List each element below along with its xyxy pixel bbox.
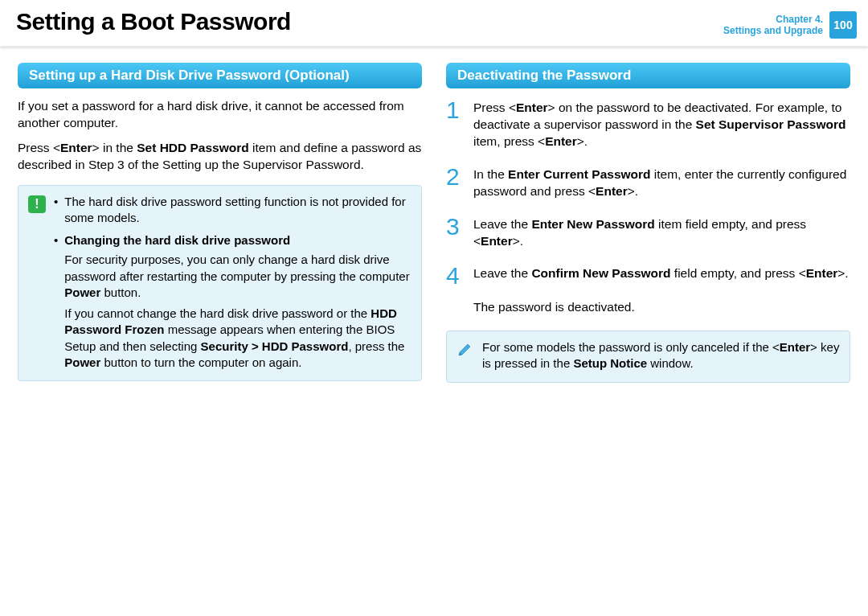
step-item: 2In the Enter Current Password item, ent… (446, 165, 850, 200)
right-column: Deactivating the Password 1Press <Enter>… (446, 63, 850, 383)
left-column: Setting up a Hard Disk Drive Password (O… (18, 63, 422, 383)
tip-box: For some models the password is only can… (446, 331, 850, 383)
note-box: ! • The hard disk drive password setting… (18, 185, 422, 382)
alert-icon: ! (28, 195, 46, 213)
step-body: Leave the Confirm New Password field emp… (473, 264, 850, 316)
note-item-2-title: Changing the hard disk drive password (64, 232, 411, 248)
note-item-1: The hard disk drive password setting fun… (64, 194, 411, 227)
step-body: In the Enter Current Password item, ente… (473, 165, 850, 200)
step-body: Press <Enter> on the password to be deac… (473, 98, 850, 150)
step-number: 3 (446, 215, 464, 250)
chapter-text: Chapter 4. Settings and Upgrade (723, 14, 823, 37)
left-section-heading: Setting up a Hard Disk Drive Password (O… (18, 63, 422, 88)
chapter-line1: Chapter 4. (723, 14, 823, 25)
step-item: 4Leave the Confirm New Password field em… (446, 264, 850, 316)
step-number: 1 (446, 98, 464, 150)
page-header: Setting a Boot Password Chapter 4. Setti… (0, 0, 868, 48)
step-body: Leave the Enter New Password item field … (473, 215, 850, 250)
note-item-2: Changing the hard disk drive password Fo… (64, 232, 411, 371)
left-para-2: Press <Enter> in the Set HDD Password it… (18, 140, 422, 174)
right-section-heading: Deactivating the Password (446, 63, 850, 88)
note-item-2-p2: If you cannot change the hard disk drive… (64, 306, 411, 371)
note-bullet-1: • The hard disk drive password setting f… (54, 194, 411, 227)
chapter-block: Chapter 4. Settings and Upgrade 100 (723, 11, 857, 39)
chapter-line2: Settings and Upgrade (723, 25, 823, 36)
step-item: 1Press <Enter> on the password to be dea… (446, 98, 850, 150)
content-area: Setting up a Hard Disk Drive Password (O… (0, 48, 868, 397)
step-number: 4 (446, 264, 464, 316)
step-number: 2 (446, 165, 464, 200)
steps-list: 1Press <Enter> on the password to be dea… (446, 98, 850, 316)
tip-text: For some models the password is only can… (482, 339, 840, 372)
note-content: • The hard disk drive password setting f… (54, 194, 411, 372)
bullet-dot-icon: • (54, 194, 58, 227)
note-pencil-icon (457, 340, 474, 358)
step-item: 3Leave the Enter New Password item field… (446, 215, 850, 250)
left-para-1: If you set a password for a hard disk dr… (18, 98, 422, 132)
bullet-dot-icon: • (54, 232, 58, 371)
note-item-2-p1: For security purposes, you can only chan… (64, 252, 411, 301)
page-number-badge: 100 (829, 11, 857, 39)
note-bullet-2: • Changing the hard disk drive password … (54, 232, 411, 371)
